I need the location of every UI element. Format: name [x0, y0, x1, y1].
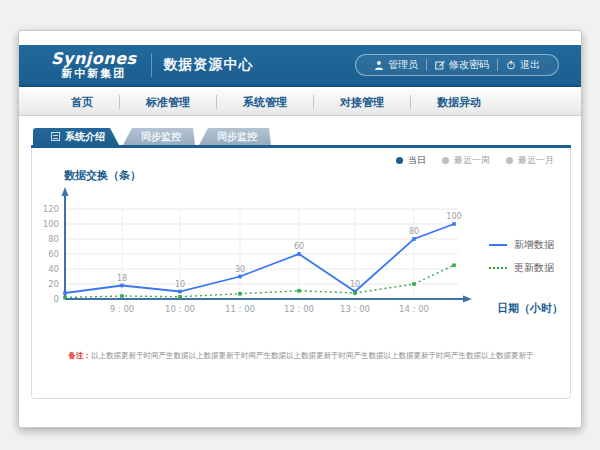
data-point-label: 60 [294, 242, 304, 251]
app-header: Synjones 新中新集团 数据资源中心 管理员修改密码退出 [19, 45, 581, 87]
data-point-marker [63, 291, 67, 295]
radio-dot-icon [506, 157, 513, 164]
x-tick-label: 11 : 00 [225, 304, 255, 314]
x-tick-label: 10 : 00 [165, 304, 195, 314]
tab-strip: 系统介绍同步监控同步监控 [33, 128, 275, 145]
x-tick-label: 12 : 00 [284, 304, 314, 314]
data-point-marker [238, 275, 242, 279]
change-password-button[interactable]: 修改密码 [427, 58, 497, 72]
data-point-marker [238, 292, 242, 296]
brand-logo-chinese: 新中新集团 [51, 68, 137, 80]
tab-label: 系统介绍 [65, 130, 105, 144]
main-nav: 首页标准管理系统管理对接管理数据异动 [19, 89, 581, 116]
radio-dot-icon [442, 157, 449, 164]
data-point-marker [412, 282, 416, 286]
filter-label: 当日 [408, 154, 426, 167]
page-title: 数据资源中心 [164, 56, 254, 74]
x-tick-label: 9 : 00 [110, 304, 135, 314]
x-axis-arrow [463, 296, 472, 303]
filter-today[interactable]: 当日 [396, 154, 426, 167]
nav-item-home[interactable]: 首页 [45, 95, 119, 110]
edit-icon [435, 60, 445, 70]
y-tick-label: 80 [48, 234, 59, 244]
filter-last-month[interactable]: 最近一月 [506, 154, 554, 167]
series-line-new-data [65, 224, 454, 293]
x-tick-label: 13 : 00 [340, 304, 370, 314]
x-tick-label: 14 : 00 [399, 304, 429, 314]
tab-sync-monitor-1[interactable]: 同步监控 [123, 128, 195, 145]
filter-last-week[interactable]: 最近一周 [442, 154, 490, 167]
app-window: Synjones 新中新集团 数据资源中心 管理员修改密码退出 首页标准管理系统… [18, 30, 582, 428]
user-action-label: 管理员 [388, 58, 418, 72]
filter-label: 最近一月 [518, 154, 554, 167]
legend-label: 新增数据 [514, 238, 554, 252]
radio-dot-icon [396, 157, 403, 164]
data-point-marker [178, 290, 182, 294]
legend-label: 更新数据 [514, 261, 554, 275]
user-icon [374, 60, 384, 70]
series-legend: 新增数据更新数据 [489, 238, 554, 275]
data-point-label: 10 [350, 280, 360, 289]
data-point-marker [452, 263, 456, 267]
data-point-label: 10 [175, 280, 185, 289]
tab-system-intro[interactable]: 系统介绍 [33, 128, 119, 145]
user-action-label: 修改密码 [449, 58, 489, 72]
tab-label: 同步监控 [217, 130, 257, 144]
data-point-label: 80 [409, 227, 419, 236]
document-icon [51, 132, 60, 141]
brand-logo-wordmark: Synjones [51, 51, 137, 68]
range-filter-group: 当日最近一周最近一月 [396, 154, 554, 167]
y-tick-label: 100 [43, 219, 59, 229]
filter-label: 最近一周 [454, 154, 490, 167]
y-tick-label: 20 [48, 279, 59, 289]
y-tick-label: 60 [48, 249, 59, 259]
y-axis-arrow [62, 187, 69, 196]
footnote: 备注：以上数据更新于时间产生数据以上数据更新于时间产生数据以上数据更新于时间产生… [32, 351, 570, 361]
legend-line-swatch [489, 267, 507, 269]
nav-item-standard-mgmt[interactable]: 标准管理 [120, 95, 216, 110]
nav-item-integration-mgmt[interactable]: 对接管理 [314, 95, 410, 110]
data-point-marker [63, 296, 67, 300]
data-point-marker [120, 294, 124, 298]
chart-panel: 当日最近一周最近一月 数据交换（条） 0204060801001209 : 00… [31, 148, 571, 399]
data-point-marker [297, 252, 301, 256]
footnote-prefix: 备注： [69, 351, 92, 360]
data-point-label: 18 [117, 274, 127, 283]
nav-item-data-change[interactable]: 数据异动 [411, 95, 507, 110]
footnote-text: 以上数据更新于时间产生数据以上数据更新于时间产生数据以上数据更新于时间产生数据以… [91, 351, 534, 360]
tab-sync-monitor-2[interactable]: 同步监控 [199, 128, 271, 145]
legend-item-updated-data[interactable]: 更新数据 [489, 261, 554, 275]
legend-item-new-data[interactable]: 新增数据 [489, 238, 554, 252]
data-point-marker [452, 222, 456, 226]
user-menu-button[interactable]: 管理员 [366, 58, 426, 72]
data-point-marker [178, 295, 182, 299]
x-axis-title: 日期（小时） [497, 302, 563, 315]
header-divider [151, 53, 152, 77]
data-point-marker [297, 289, 301, 293]
data-point-marker [412, 237, 416, 241]
legend-line-swatch [489, 244, 507, 246]
desktop-background: Synjones 新中新集团 数据资源中心 管理员修改密码退出 首页标准管理系统… [0, 0, 600, 450]
data-point-marker [120, 284, 124, 288]
tab-label: 同步监控 [141, 130, 181, 144]
data-point-label: 100 [446, 212, 461, 221]
user-actions-group: 管理员修改密码退出 [355, 54, 559, 76]
user-action-label: 退出 [520, 58, 540, 72]
power-icon [506, 60, 516, 70]
y-tick-label: 40 [48, 264, 59, 274]
data-point-label: 30 [235, 265, 245, 274]
brand-logo: Synjones 新中新集团 [51, 51, 137, 79]
y-tick-label: 0 [54, 294, 59, 304]
y-tick-label: 120 [43, 204, 59, 214]
nav-item-system-mgmt[interactable]: 系统管理 [217, 95, 313, 110]
data-point-marker [353, 291, 357, 295]
logout-button[interactable]: 退出 [498, 58, 548, 72]
